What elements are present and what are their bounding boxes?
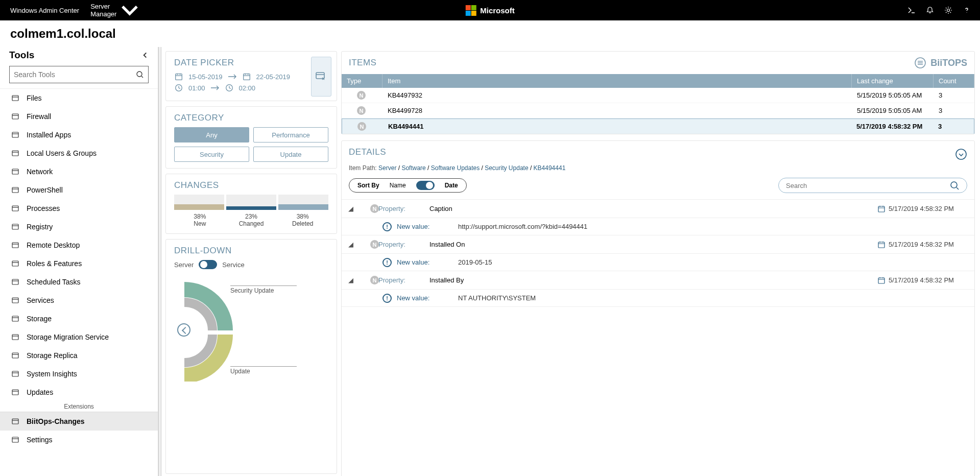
sidebar-item-label: System Insights	[27, 370, 77, 378]
new-label: New	[174, 220, 226, 227]
sidebar-item[interactable]: Local Users & Groups	[0, 144, 158, 162]
sidebar-item[interactable]: Network	[0, 162, 158, 181]
sidebar-item-label: PowerShell	[27, 186, 63, 194]
sidebar-item-label: Scheduled Tasks	[27, 278, 81, 286]
drilldown-donut: Security Update Update	[174, 269, 328, 387]
gear-icon[interactable]	[944, 6, 952, 14]
svg-point-28	[951, 182, 957, 188]
to-time[interactable]: 02:00	[239, 84, 256, 92]
sort-name: Name	[390, 182, 406, 189]
sidebar-item[interactable]: Files	[0, 89, 158, 107]
items-card: ITEMS BiiTOPS Type Item Last change Coun…	[341, 51, 975, 134]
n-badge-icon: N	[370, 204, 379, 213]
drilldown-toggle[interactable]	[199, 260, 217, 269]
table-row[interactable]: NKB44997285/15/2019 5:05:05 AM3	[342, 103, 974, 118]
svg-rect-6	[12, 169, 18, 174]
breadcrumb-link[interactable]: Server	[378, 164, 396, 172]
svg-rect-3	[12, 114, 18, 119]
sidebar-item[interactable]: Installed Apps	[0, 126, 158, 144]
table-row[interactable]: NKB44944415/17/2019 4:58:32 PM3	[342, 118, 974, 134]
breadcrumb-link[interactable]: Software	[401, 164, 425, 172]
col-lastchange[interactable]: Last change	[852, 74, 934, 88]
sidebar-item[interactable]: Scheduled Tasks	[0, 273, 158, 291]
category-security[interactable]: Security	[174, 147, 249, 162]
help-icon[interactable]	[963, 6, 971, 14]
biitops-text: BiiTOPS	[930, 58, 967, 68]
detail-property-row[interactable]: ◢NProperty:Installed By5/17/2019 4:58:32…	[342, 271, 974, 290]
category-update[interactable]: Update	[253, 147, 328, 162]
details-title: DETAILS	[349, 147, 386, 157]
from-date[interactable]: 15-05-2019	[188, 73, 223, 81]
detail-property-row[interactable]: ◢NProperty:Caption5/17/2019 4:58:32 PM	[342, 200, 974, 218]
calendar-icon	[877, 276, 886, 284]
server-manager-menu[interactable]: Server Manager	[90, 0, 140, 21]
search-tools-input[interactable]	[14, 70, 136, 79]
sidebar-item[interactable]: Firewall	[0, 107, 158, 126]
col-type[interactable]: Type	[342, 74, 383, 88]
col-count[interactable]: Count	[934, 74, 974, 88]
n-badge-icon: N	[357, 106, 366, 115]
sort-control[interactable]: Sort By Name Date	[349, 178, 467, 193]
top-bar: Windows Admin Center Server Manager Micr…	[0, 0, 980, 20]
breadcrumb-link[interactable]: Security Update	[485, 164, 528, 172]
sidebar-item[interactable]: Storage Migration Service	[0, 328, 158, 346]
category-title: CATEGORY	[174, 113, 328, 123]
sidebar-item[interactable]: Services	[0, 291, 158, 310]
detail-value-row: !New value:NT AUTHORITY\SYSTEM	[342, 290, 974, 307]
apply-icon	[315, 70, 327, 83]
table-row[interactable]: NKB44979325/15/2019 5:05:05 AM3	[342, 88, 974, 103]
main-column: ITEMS BiiTOPS Type Item Last change Coun…	[341, 47, 980, 476]
tools-list[interactable]: FilesFirewallInstalled AppsLocal Users &…	[0, 88, 158, 476]
apply-dates-button[interactable]	[311, 57, 331, 97]
drilldown-back-button[interactable]	[177, 323, 190, 337]
wac-link[interactable]: Windows Admin Center	[10, 7, 79, 14]
server-manager-label: Server Manager	[90, 3, 116, 18]
breadcrumb-link[interactable]: Software Updates	[431, 164, 480, 172]
svg-rect-4	[12, 132, 18, 137]
to-date[interactable]: 22-05-2019	[256, 73, 291, 81]
svg-rect-16	[12, 353, 18, 358]
items-table-header: Type Item Last change Count	[342, 74, 974, 88]
details-card: DETAILS Item Path: Server / Software / S…	[341, 140, 975, 476]
n-badge-icon: N	[357, 91, 366, 100]
sidebar-item[interactable]: Storage	[0, 310, 158, 328]
sidebar-item[interactable]: Roles & Features	[0, 254, 158, 273]
search-tools-box[interactable]	[9, 66, 149, 83]
sidebar-item[interactable]: System Insights	[0, 365, 158, 383]
sidebar-item[interactable]: Registry	[0, 218, 158, 236]
svg-rect-2	[12, 96, 18, 101]
svg-rect-12	[12, 279, 18, 284]
breadcrumb-link[interactable]: KB4494441	[534, 164, 566, 172]
changes-changed-bar	[226, 195, 276, 210]
bell-icon[interactable]	[926, 6, 934, 14]
svg-rect-5	[12, 151, 18, 156]
from-time[interactable]: 01:00	[188, 84, 205, 92]
detail-property-row[interactable]: ◢NProperty:Installed On5/17/2019 4:58:32…	[342, 235, 974, 254]
sidebar-item[interactable]: Processes	[0, 199, 158, 218]
sidebar-item[interactable]: Remote Desktop	[0, 236, 158, 254]
category-any[interactable]: Any	[174, 127, 249, 142]
calendar-icon	[174, 72, 183, 81]
extensions-separator: Extensions	[0, 401, 158, 412]
sidebar-item-label: Storage	[27, 315, 52, 323]
sidebar-item[interactable]: Updates	[0, 383, 158, 401]
collapse-details-icon[interactable]	[955, 148, 967, 160]
col-item[interactable]: Item	[383, 74, 852, 88]
biitops-logo: BiiTOPS	[914, 57, 967, 69]
details-search-input[interactable]	[786, 182, 949, 189]
category-performance[interactable]: Performance	[253, 127, 328, 142]
items-table-body[interactable]: NKB44979325/15/2019 5:05:05 AM3NKB449972…	[342, 88, 974, 134]
sidebar-item[interactable]: Storage Replica	[0, 346, 158, 365]
collapse-icon[interactable]	[141, 52, 149, 59]
sort-toggle[interactable]	[416, 181, 435, 190]
detail-value-row: !New value:http://support.microsoft.com/…	[342, 218, 974, 235]
sidebar-item[interactable]: PowerShell	[0, 181, 158, 199]
sidebar-item[interactable]: Settings	[0, 431, 158, 449]
console-icon[interactable]	[907, 6, 916, 14]
drilldown-card: DRILL-DOWN Server Service Security Updat…	[165, 239, 337, 474]
details-search[interactable]	[778, 178, 967, 193]
sidebar-item[interactable]: BiitOps-Changes	[0, 412, 158, 431]
sidebar-item-label: Installed Apps	[27, 131, 71, 139]
sort-by-label: Sort By	[357, 182, 379, 189]
menu-icon[interactable]	[914, 57, 926, 69]
